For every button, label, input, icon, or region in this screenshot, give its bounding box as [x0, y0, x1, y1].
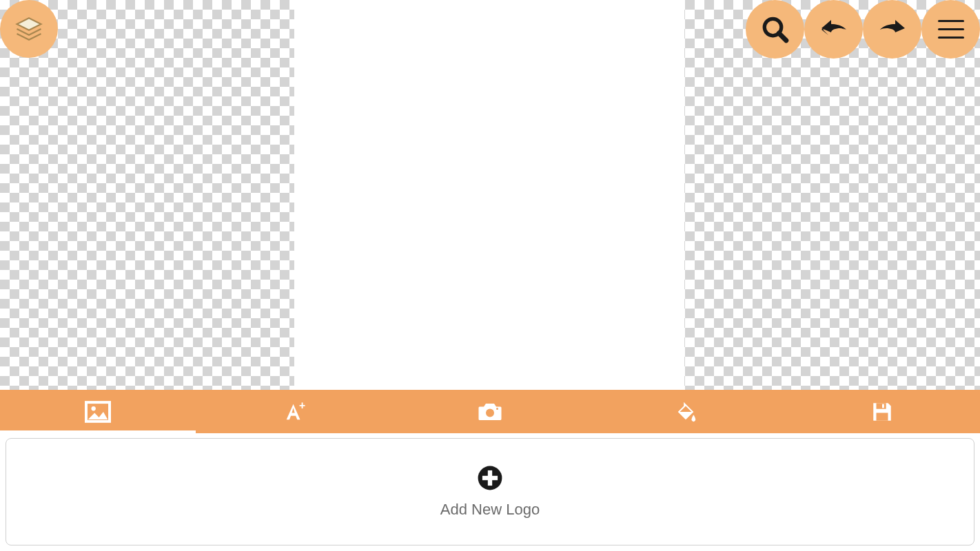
- svg-line-2: [779, 33, 786, 41]
- toolbar-save-button[interactable]: [784, 390, 980, 433]
- svg-marker-0: [17, 18, 41, 30]
- fill-icon: [674, 400, 697, 424]
- camera-icon: [478, 402, 502, 422]
- layers-icon: [14, 14, 43, 43]
- redo-icon: [876, 13, 909, 46]
- svg-point-8: [496, 408, 498, 410]
- menu-button[interactable]: [921, 0, 980, 59]
- svg-point-7: [486, 408, 494, 417]
- undo-button[interactable]: [804, 0, 863, 59]
- layers-button[interactable]: [0, 0, 58, 58]
- image-icon: [85, 400, 111, 424]
- plus-circle-icon: [477, 465, 503, 491]
- toolbar-text-button[interactable]: +: [196, 390, 391, 433]
- toolbar-fill-button[interactable]: [588, 390, 784, 433]
- bottom-toolbar: +: [0, 390, 980, 433]
- add-logo-button[interactable]: Add New Logo: [6, 438, 974, 545]
- zoom-icon: [761, 15, 790, 44]
- undo-icon: [817, 13, 850, 46]
- add-logo-label: Add New Logo: [440, 501, 540, 519]
- svg-rect-9: [876, 403, 886, 409]
- canvas-artboard[interactable]: [294, 0, 684, 390]
- zoom-button[interactable]: [746, 0, 804, 59]
- svg-point-5: [92, 406, 96, 410]
- save-icon: [870, 400, 894, 424]
- svg-rect-11: [876, 413, 888, 420]
- svg-text:+: +: [299, 400, 305, 411]
- svg-rect-14: [482, 476, 498, 480]
- redo-button[interactable]: [863, 0, 921, 59]
- top-right-controls: [746, 0, 980, 59]
- toolbar-camera-button[interactable]: [392, 390, 588, 433]
- text-icon: +: [283, 400, 306, 424]
- toolbar-image-button[interactable]: [0, 390, 196, 433]
- svg-rect-10: [882, 404, 884, 408]
- menu-icon: [938, 20, 964, 39]
